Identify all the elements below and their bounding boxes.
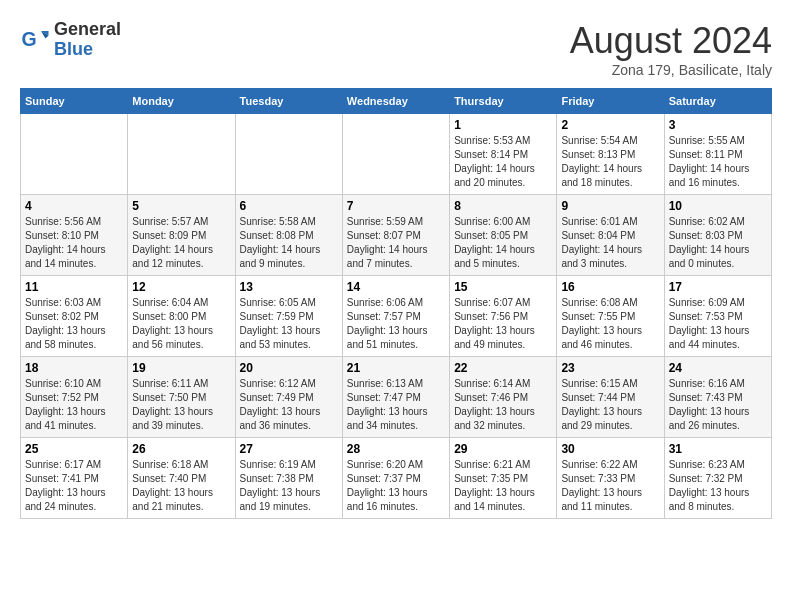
day-cell [21,114,128,195]
day-info: Sunrise: 6:00 AM Sunset: 8:05 PM Dayligh… [454,215,552,271]
day-number: 12 [132,280,230,294]
day-number: 4 [25,199,123,213]
week-row-2: 4Sunrise: 5:56 AM Sunset: 8:10 PM Daylig… [21,195,772,276]
day-info: Sunrise: 6:02 AM Sunset: 8:03 PM Dayligh… [669,215,767,271]
day-number: 20 [240,361,338,375]
day-cell: 31Sunrise: 6:23 AM Sunset: 7:32 PM Dayli… [664,438,771,519]
day-cell: 9Sunrise: 6:01 AM Sunset: 8:04 PM Daylig… [557,195,664,276]
day-info: Sunrise: 6:08 AM Sunset: 7:55 PM Dayligh… [561,296,659,352]
day-info: Sunrise: 6:19 AM Sunset: 7:38 PM Dayligh… [240,458,338,514]
day-info: Sunrise: 6:11 AM Sunset: 7:50 PM Dayligh… [132,377,230,433]
day-number: 6 [240,199,338,213]
day-info: Sunrise: 6:16 AM Sunset: 7:43 PM Dayligh… [669,377,767,433]
day-number: 3 [669,118,767,132]
calendar-header: SundayMondayTuesdayWednesdayThursdayFrid… [21,89,772,114]
day-cell: 13Sunrise: 6:05 AM Sunset: 7:59 PM Dayli… [235,276,342,357]
day-cell: 23Sunrise: 6:15 AM Sunset: 7:44 PM Dayli… [557,357,664,438]
day-info: Sunrise: 6:12 AM Sunset: 7:49 PM Dayligh… [240,377,338,433]
day-cell: 20Sunrise: 6:12 AM Sunset: 7:49 PM Dayli… [235,357,342,438]
logo-icon: G [20,25,50,55]
header-cell-wednesday: Wednesday [342,89,449,114]
day-cell: 24Sunrise: 6:16 AM Sunset: 7:43 PM Dayli… [664,357,771,438]
day-number: 1 [454,118,552,132]
day-number: 15 [454,280,552,294]
day-number: 27 [240,442,338,456]
svg-text:G: G [22,28,37,50]
day-info: Sunrise: 6:06 AM Sunset: 7:57 PM Dayligh… [347,296,445,352]
header-row: SundayMondayTuesdayWednesdayThursdayFrid… [21,89,772,114]
day-info: Sunrise: 5:56 AM Sunset: 8:10 PM Dayligh… [25,215,123,271]
subtitle: Zona 179, Basilicate, Italy [570,62,772,78]
day-number: 25 [25,442,123,456]
day-number: 21 [347,361,445,375]
day-cell: 2Sunrise: 5:54 AM Sunset: 8:13 PM Daylig… [557,114,664,195]
day-info: Sunrise: 6:22 AM Sunset: 7:33 PM Dayligh… [561,458,659,514]
header-cell-friday: Friday [557,89,664,114]
day-cell: 28Sunrise: 6:20 AM Sunset: 7:37 PM Dayli… [342,438,449,519]
logo-text: General Blue [54,20,121,60]
day-info: Sunrise: 6:04 AM Sunset: 8:00 PM Dayligh… [132,296,230,352]
day-info: Sunrise: 6:01 AM Sunset: 8:04 PM Dayligh… [561,215,659,271]
day-cell: 5Sunrise: 5:57 AM Sunset: 8:09 PM Daylig… [128,195,235,276]
day-cell [128,114,235,195]
day-info: Sunrise: 5:55 AM Sunset: 8:11 PM Dayligh… [669,134,767,190]
day-info: Sunrise: 6:05 AM Sunset: 7:59 PM Dayligh… [240,296,338,352]
day-info: Sunrise: 6:21 AM Sunset: 7:35 PM Dayligh… [454,458,552,514]
day-info: Sunrise: 6:23 AM Sunset: 7:32 PM Dayligh… [669,458,767,514]
day-cell: 6Sunrise: 5:58 AM Sunset: 8:08 PM Daylig… [235,195,342,276]
header-cell-thursday: Thursday [450,89,557,114]
day-cell: 3Sunrise: 5:55 AM Sunset: 8:11 PM Daylig… [664,114,771,195]
day-cell: 25Sunrise: 6:17 AM Sunset: 7:41 PM Dayli… [21,438,128,519]
month-title: August 2024 [570,20,772,62]
day-info: Sunrise: 5:59 AM Sunset: 8:07 PM Dayligh… [347,215,445,271]
logo-general: General [54,20,121,40]
day-info: Sunrise: 5:54 AM Sunset: 8:13 PM Dayligh… [561,134,659,190]
day-number: 17 [669,280,767,294]
day-info: Sunrise: 6:14 AM Sunset: 7:46 PM Dayligh… [454,377,552,433]
day-number: 8 [454,199,552,213]
day-cell: 26Sunrise: 6:18 AM Sunset: 7:40 PM Dayli… [128,438,235,519]
day-number: 5 [132,199,230,213]
day-number: 18 [25,361,123,375]
header-cell-sunday: Sunday [21,89,128,114]
day-cell: 10Sunrise: 6:02 AM Sunset: 8:03 PM Dayli… [664,195,771,276]
header: G General Blue August 2024 Zona 179, Bas… [20,20,772,78]
day-info: Sunrise: 5:57 AM Sunset: 8:09 PM Dayligh… [132,215,230,271]
day-cell [342,114,449,195]
logo-blue: Blue [54,40,121,60]
day-info: Sunrise: 5:53 AM Sunset: 8:14 PM Dayligh… [454,134,552,190]
day-info: Sunrise: 5:58 AM Sunset: 8:08 PM Dayligh… [240,215,338,271]
day-cell: 21Sunrise: 6:13 AM Sunset: 7:47 PM Dayli… [342,357,449,438]
day-cell: 29Sunrise: 6:21 AM Sunset: 7:35 PM Dayli… [450,438,557,519]
day-number: 30 [561,442,659,456]
day-cell: 15Sunrise: 6:07 AM Sunset: 7:56 PM Dayli… [450,276,557,357]
day-info: Sunrise: 6:09 AM Sunset: 7:53 PM Dayligh… [669,296,767,352]
day-info: Sunrise: 6:10 AM Sunset: 7:52 PM Dayligh… [25,377,123,433]
day-number: 2 [561,118,659,132]
header-cell-monday: Monday [128,89,235,114]
day-info: Sunrise: 6:13 AM Sunset: 7:47 PM Dayligh… [347,377,445,433]
day-cell: 22Sunrise: 6:14 AM Sunset: 7:46 PM Dayli… [450,357,557,438]
day-cell: 30Sunrise: 6:22 AM Sunset: 7:33 PM Dayli… [557,438,664,519]
day-cell: 12Sunrise: 6:04 AM Sunset: 8:00 PM Dayli… [128,276,235,357]
week-row-1: 1Sunrise: 5:53 AM Sunset: 8:14 PM Daylig… [21,114,772,195]
day-cell: 19Sunrise: 6:11 AM Sunset: 7:50 PM Dayli… [128,357,235,438]
calendar: SundayMondayTuesdayWednesdayThursdayFrid… [20,88,772,519]
day-info: Sunrise: 6:17 AM Sunset: 7:41 PM Dayligh… [25,458,123,514]
day-number: 23 [561,361,659,375]
day-number: 31 [669,442,767,456]
logo: G General Blue [20,20,121,60]
day-number: 9 [561,199,659,213]
day-info: Sunrise: 6:20 AM Sunset: 7:37 PM Dayligh… [347,458,445,514]
header-cell-tuesday: Tuesday [235,89,342,114]
header-cell-saturday: Saturday [664,89,771,114]
day-number: 16 [561,280,659,294]
day-cell: 27Sunrise: 6:19 AM Sunset: 7:38 PM Dayli… [235,438,342,519]
day-cell: 16Sunrise: 6:08 AM Sunset: 7:55 PM Dayli… [557,276,664,357]
day-cell: 11Sunrise: 6:03 AM Sunset: 8:02 PM Dayli… [21,276,128,357]
day-cell: 18Sunrise: 6:10 AM Sunset: 7:52 PM Dayli… [21,357,128,438]
day-number: 13 [240,280,338,294]
day-number: 10 [669,199,767,213]
title-section: August 2024 Zona 179, Basilicate, Italy [570,20,772,78]
day-cell: 7Sunrise: 5:59 AM Sunset: 8:07 PM Daylig… [342,195,449,276]
